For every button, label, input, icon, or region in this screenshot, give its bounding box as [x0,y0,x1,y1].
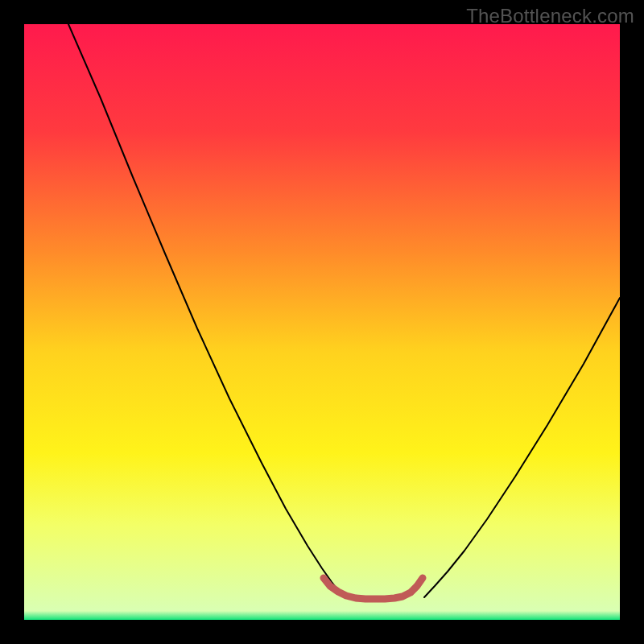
gradient-background [24,24,620,620]
watermark-text: TheBottleneck.com [466,5,634,27]
chart-plot-area [24,24,620,620]
chart-frame: TheBottleneck.com [0,0,644,644]
chart-svg [24,24,620,620]
